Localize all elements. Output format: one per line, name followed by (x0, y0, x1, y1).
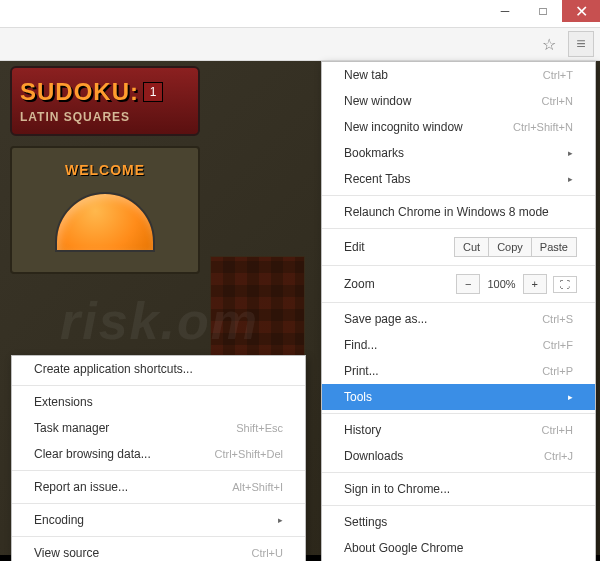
menu-separator (12, 385, 305, 386)
menu-new-tab[interactable]: New tabCtrl+T (322, 62, 595, 88)
logo-subtitle: LATIN SQUARES (20, 110, 190, 124)
logo-tile: 1 (143, 82, 163, 102)
menu-separator (322, 302, 595, 303)
browser-toolbar: ☆ ≡ (0, 28, 600, 61)
menu-separator (322, 195, 595, 196)
menu-report-issue[interactable]: Report an issue...Alt+Shift+I (12, 474, 305, 500)
minimize-button[interactable]: ─ (486, 0, 524, 22)
chevron-right-icon: ▸ (568, 148, 573, 158)
menu-view-source[interactable]: View sourceCtrl+U (12, 540, 305, 561)
menu-find[interactable]: Find...Ctrl+F (322, 332, 595, 358)
menu-extensions[interactable]: Extensions (12, 389, 305, 415)
paste-button[interactable]: Paste (532, 237, 577, 257)
zoom-value: 100% (480, 275, 522, 293)
hamburger-menu-icon[interactable]: ≡ (568, 31, 594, 57)
close-button[interactable]: ✕ (562, 0, 600, 22)
menu-task-manager[interactable]: Task managerShift+Esc (12, 415, 305, 441)
menu-separator (12, 536, 305, 537)
chevron-right-icon: ▸ (568, 392, 573, 402)
menu-edit-row: Edit Cut Copy Paste (322, 232, 595, 262)
window-titlebar: ─ □ ✕ (0, 0, 600, 28)
menu-settings[interactable]: Settings (322, 509, 595, 535)
menu-downloads[interactable]: DownloadsCtrl+J (322, 443, 595, 469)
menu-zoom-row: Zoom − 100% + ⛶ (322, 269, 595, 299)
welcome-label: WELCOME (12, 162, 198, 178)
main-menu: New tabCtrl+T New windowCtrl+N New incog… (321, 61, 596, 561)
menu-signin[interactable]: Sign in to Chrome... (322, 476, 595, 502)
fullscreen-button[interactable]: ⛶ (553, 276, 577, 293)
menu-recent-tabs[interactable]: Recent Tabs▸ (322, 166, 595, 192)
zoom-in-button[interactable]: + (523, 274, 547, 294)
menu-print[interactable]: Print...Ctrl+P (322, 358, 595, 384)
menu-separator (322, 265, 595, 266)
menu-create-shortcuts[interactable]: Create application shortcuts... (12, 356, 305, 382)
menu-separator (322, 472, 595, 473)
menu-bookmarks[interactable]: Bookmarks▸ (322, 140, 595, 166)
game-logo: SUDOKU: 1 LATIN SQUARES (10, 66, 200, 136)
tools-submenu: Create application shortcuts... Extensio… (11, 355, 306, 561)
cut-button[interactable]: Cut (454, 237, 489, 257)
copy-button[interactable]: Copy (489, 237, 532, 257)
bookmark-star-icon[interactable]: ☆ (536, 31, 562, 57)
menu-new-window[interactable]: New windowCtrl+N (322, 88, 595, 114)
maximize-button[interactable]: □ (524, 0, 562, 22)
zoom-out-button[interactable]: − (456, 274, 480, 294)
menu-about[interactable]: About Google Chrome (322, 535, 595, 561)
game-body: WELCOME (10, 146, 200, 274)
chevron-right-icon: ▸ (568, 174, 573, 184)
menu-separator (322, 505, 595, 506)
menu-new-incognito[interactable]: New incognito windowCtrl+Shift+N (322, 114, 595, 140)
menu-relaunch-win8[interactable]: Relaunch Chrome in Windows 8 mode (322, 199, 595, 225)
menu-encoding[interactable]: Encoding▸ (12, 507, 305, 533)
menu-history[interactable]: HistoryCtrl+H (322, 417, 595, 443)
game-panel: SUDOKU: 1 LATIN SQUARES WELCOME (10, 66, 200, 274)
logo-number-tiles: 1 (143, 82, 163, 102)
menu-clear-browsing-data[interactable]: Clear browsing data...Ctrl+Shift+Del (12, 441, 305, 467)
menu-tools[interactable]: Tools▸ (322, 384, 595, 410)
edit-label: Edit (344, 240, 365, 254)
menu-separator (12, 470, 305, 471)
menu-separator (12, 503, 305, 504)
menu-separator (322, 228, 595, 229)
play-button[interactable] (55, 192, 155, 252)
menu-save-page[interactable]: Save page as...Ctrl+S (322, 306, 595, 332)
zoom-label: Zoom (344, 277, 375, 291)
logo-title: SUDOKU: (20, 78, 139, 106)
chevron-right-icon: ▸ (278, 515, 283, 525)
menu-separator (322, 413, 595, 414)
